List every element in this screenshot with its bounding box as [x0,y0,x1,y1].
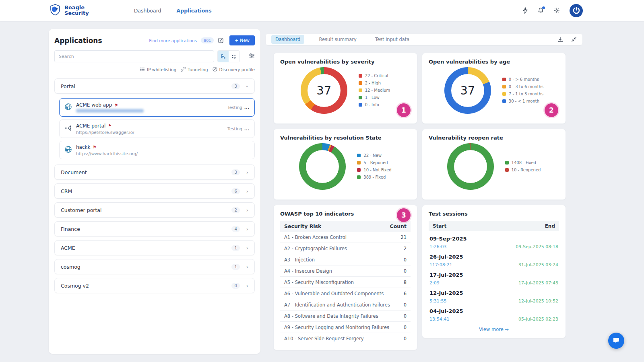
dashboard-tab[interactable]: Result summary [315,35,360,44]
application-row[interactable]: hackk ⚑ https://www.hackthissite.org/ [59,141,255,159]
chevron-right-icon: › [246,283,248,288]
group-row[interactable]: Finance 4 › [54,221,255,237]
chat-launcher-button[interactable] [608,333,624,349]
portal-apps-list: ACME web app ⚑ Testing ... [54,97,255,165]
group-row[interactable]: CRM 6 › [54,183,255,199]
legend-item: 7 - 1 to 3 months [502,92,543,96]
owasp-risk: A9 - Security Logging and Monitoring Fai… [284,325,389,330]
group-row[interactable]: ACME 1 › [54,240,255,255]
group-count: 4 [231,226,239,232]
quick-link[interactable]: IP whitelisting [140,67,176,72]
import-icon[interactable] [218,37,224,43]
owasp-table-row: A5 - Security Misconfiguration 8 [280,277,411,288]
application-name: ACME web app [76,102,112,108]
find-more-applications-link[interactable]: Find more applications [149,38,197,43]
view-more-link[interactable]: View more → [479,327,509,332]
nav-item[interactable]: Applications [177,8,212,14]
chart-title: Vulnerabilities by resolution State [280,135,411,141]
dashboard-tab[interactable]: Dashboard [271,35,304,44]
group-row-portal[interactable]: Portal 3 › [54,78,255,94]
session-duration: 13:54:41 [429,317,449,322]
group-row[interactable]: Customer portal 2 › [54,202,255,218]
chart-title: Vulnerability reopen rate [429,135,559,141]
gear-icon[interactable] [553,7,560,14]
group-row[interactable]: cosmog 1 › [54,259,255,274]
chart-legend: 0 - > 6 months0 - 3 to 6 months7 - 1 to … [502,77,543,103]
beagle-shield-icon [49,4,61,17]
group-row[interactable]: Cosmog v2 0 › [54,278,255,293]
owasp-card: OWASP top 10 indicators 3 Security Risk … [273,205,417,350]
owasp-table-row: A4 - Insecure Design 0 [280,265,411,277]
find-more-count-badge: 801 [201,37,214,43]
quick-link[interactable]: Tunneling [181,67,208,72]
application-row[interactable]: ACME web app ⚑ Testing ... [59,98,255,117]
legend-label: 12 - Medium [365,88,390,93]
new-application-button[interactable]: + New [229,35,255,45]
brand-logo[interactable]: Beagle Security [49,4,89,17]
legend-label: 5 - Reponed [363,160,388,165]
legend-label: 10 - Reopened [512,168,541,172]
owasp-table-row: A7 - Identification and Authentication F… [280,299,411,311]
user-avatar[interactable] [570,4,583,17]
group-row[interactable]: Document 3 › [54,165,255,180]
legend-swatch [502,99,506,103]
session-row: 17-Jul-2025 2:09 17-Jul-2025 07:43 [429,272,559,286]
legend-label: 22 - New [363,153,382,158]
search-input[interactable] [54,50,214,62]
legend-swatch [359,88,362,92]
reopen-donut-chart [447,143,494,190]
owasp-table-row: A10 - Server-Side Request Forgery 0 [280,333,411,344]
legend-item: 0 - 3 to 6 months [502,84,543,89]
group-count: 0 [231,283,239,289]
session-start-date: 17-Jul-2025 [429,272,558,278]
application-groups: Portal 3 › ACME web app ⚑ [54,78,255,293]
chart-title: Open vulnerabilities by age [429,59,559,65]
application-name: hackk [76,144,90,150]
filter-sliders-icon[interactable] [249,53,255,60]
legend-swatch [502,92,506,96]
collapse-icon[interactable] [571,37,577,42]
legend-item: 30 - < 1 month [502,99,543,103]
legend-item: 1 - Low [359,95,390,100]
sessions-title: Test sessions [429,211,559,217]
dashboard-tab[interactable]: Test input data [371,35,413,44]
owasp-risk: A5 - Security Misconfiguration [284,280,354,285]
legend-swatch [357,154,361,157]
session-end: 09-Sep-2025 08:18 [516,244,558,249]
grouped-view-toggle[interactable] [218,51,229,62]
owasp-table-row: A9 - Security Logging and Monitoring Fai… [280,322,411,333]
lightning-icon[interactable] [522,7,528,14]
dashboard-panel: Dashboard Result summary Test input data… [266,34,582,350]
list-view-toggle[interactable] [229,51,239,62]
quick-link[interactable]: Discovery profile [213,67,255,72]
donut-total: 37 [301,67,347,114]
owasp-count: 21 [400,234,407,240]
row-menu-icon[interactable]: ... [244,105,250,110]
quick-link-icon [140,67,145,72]
session-end: 12-Jul-2025 10:52 [518,298,558,304]
brand-name: Beagle Security [64,5,89,16]
dashboard-tabs-bar: Dashboard Result summary Test input data [266,34,582,45]
legend-swatch [357,168,361,172]
application-name: ACME portal [76,123,105,129]
application-type-icon [64,124,72,134]
owasp-table-row: A8 - Software and Data Integrity Failure… [280,311,411,322]
chevron-right-icon: › [246,208,248,213]
legend-swatch [357,161,361,165]
bell-icon[interactable] [538,7,544,14]
application-row[interactable]: ACME portal ⚑ https://petstore.swagger.i… [59,119,255,138]
group-count: 3 [231,83,239,89]
nav-item[interactable]: Dashboard [134,8,161,14]
legend-item: 1408 - Fixed [505,160,541,165]
legend-label: 1 - Low [365,95,380,100]
application-url: https://www.hackthissite.org/ [76,151,138,156]
test-sessions-card: Test sessions Start End 09-Sep-2025 1:26… [422,205,566,338]
chart-legend: 22 - Critical2 - High12 - Medium1 - Low0… [359,74,390,107]
session-end: 31-Jul-2025 03:24 [518,262,558,267]
resolution-donut-chart [299,143,346,190]
legend-label: 2 - High [365,81,381,85]
annotation-badge-3: 3 [397,208,411,222]
download-icon[interactable] [557,37,563,42]
top-navbar: Beagle Security Dashboard Applications [0,0,644,21]
row-menu-icon[interactable]: ... [244,126,250,132]
